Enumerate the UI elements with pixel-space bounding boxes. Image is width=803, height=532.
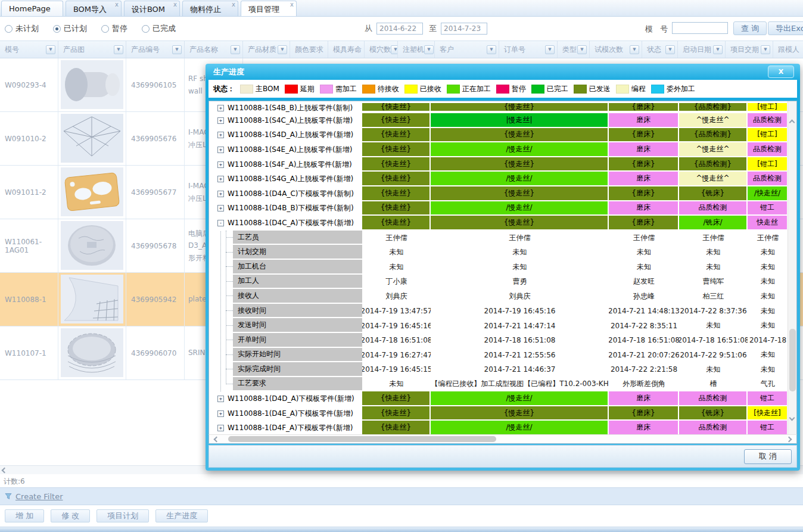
mould-no-input[interactable] — [672, 22, 728, 34]
column-filter-icon[interactable]: ▼ — [172, 45, 182, 54]
dialog-vertical-scrollbar[interactable] — [788, 101, 796, 434]
tree-row[interactable]: + W110088-1(S4F_A)上脱板零件(新增) {快走丝} {慢走丝} … — [211, 157, 788, 172]
status-radio[interactable]: 未计划 — [5, 23, 39, 34]
tree-row[interactable]: + W110088-1(S4B_B)上脱板零件(新制) {快走丝} {慢走丝} … — [211, 103, 788, 113]
scroll-down-icon[interactable] — [789, 415, 795, 421]
column-header[interactable]: 产品材质 ▼ — [243, 41, 290, 58]
tab-close-icon[interactable]: x — [115, 2, 119, 8]
close-icon[interactable]: X — [768, 66, 794, 78]
expand-toggle-icon[interactable]: + — [217, 161, 224, 168]
expand-toggle-icon[interactable]: + — [217, 147, 224, 153]
scroll-left-icon[interactable] — [2, 468, 8, 474]
tab[interactable]: HomePage — [1, 1, 63, 16]
column-header[interactable]: 模号 ▼ — [0, 41, 58, 58]
tab[interactable]: 物料停止 x — [182, 1, 238, 16]
column-filter-icon[interactable]: ▼ — [713, 45, 723, 54]
column-header[interactable]: 跟模人 ▼ — [773, 41, 803, 58]
expand-toggle-icon[interactable]: + — [217, 191, 224, 197]
cancel-button[interactable]: 取 消 — [744, 449, 792, 464]
stage-cell: 磨床 — [609, 113, 679, 128]
tab-close-icon[interactable]: x — [232, 2, 235, 8]
to-date-input[interactable] — [441, 23, 487, 35]
radio-icon[interactable] — [101, 25, 109, 33]
export-excel-button[interactable]: 导出Exce — [768, 21, 803, 35]
column-filter-icon[interactable]: ▼ — [46, 45, 55, 54]
search-button[interactable]: 查 询 — [733, 21, 767, 35]
stage-cell: {铣床} — [679, 406, 748, 421]
scroll-left-icon[interactable] — [214, 437, 220, 443]
column-header[interactable]: 项目交期 ▼ — [726, 41, 773, 58]
column-header[interactable]: 订单号 ▼ — [499, 41, 558, 58]
production-progress-button[interactable]: 生产进度 — [155, 509, 208, 522]
horizontal-scroll-thumb[interactable] — [228, 436, 496, 442]
column-filter-icon[interactable]: ▼ — [545, 45, 555, 54]
column-header[interactable]: 状态 ▼ — [642, 41, 678, 58]
tree-row[interactable]: + W110088-1(D4D_A)下模板零件(新增) {快走丝} /慢走丝/ … — [211, 391, 788, 406]
detail-value: 赵发旺 — [609, 275, 679, 290]
add-button[interactable]: 增 加 — [5, 509, 44, 522]
expand-toggle-icon[interactable]: + — [217, 132, 224, 138]
stage-cell: ^慢走丝^ — [679, 113, 748, 128]
scroll-right-icon[interactable] — [786, 437, 792, 443]
scroll-up-icon[interactable] — [789, 120, 795, 126]
vertical-scroll-thumb[interactable] — [789, 329, 796, 391]
column-header[interactable]: 注塑机 ▼ — [398, 41, 435, 58]
column-header[interactable]: 试模次数 ▼ — [590, 41, 642, 58]
expand-toggle-icon[interactable]: + — [217, 117, 224, 124]
project-plan-button[interactable]: 项目计划 — [97, 509, 149, 522]
column-header[interactable]: 产品编号 ▼ — [126, 41, 185, 58]
column-header[interactable]: 产品图 ▼ — [58, 41, 126, 58]
column-filter-icon[interactable]: ▼ — [577, 45, 587, 54]
column-header[interactable]: 模具寿命 ▼ — [328, 41, 365, 58]
tab[interactable]: BOM导入 x — [66, 1, 122, 16]
expand-toggle-icon[interactable]: + — [217, 176, 224, 182]
tree-row[interactable]: + W110088-1(D4F_A)下模板零件(新增) {快走丝} /慢走丝/ … — [211, 421, 788, 434]
column-filter-icon[interactable]: ▼ — [487, 45, 496, 54]
expand-toggle-icon[interactable]: + — [217, 425, 224, 431]
expand-toggle-icon[interactable]: - — [217, 220, 224, 226]
radio-icon[interactable] — [53, 25, 61, 33]
column-filter-icon[interactable]: ▼ — [231, 45, 240, 54]
status-radio[interactable]: 已完成 — [142, 23, 176, 34]
tree-row[interactable]: + W110088-1(S4G_A)上脱板零件(新增) {快走丝} /慢走丝/ … — [211, 172, 788, 186]
column-header[interactable]: 颜色要求 ▼ — [290, 41, 328, 58]
expand-toggle-icon[interactable]: + — [217, 105, 224, 111]
status-radio[interactable]: 暂停 — [101, 23, 127, 34]
tree-row[interactable]: + W110088-1(S4C_A)上脱板零件(新增) {快走丝} |慢走丝| … — [211, 113, 788, 128]
status-radio[interactable]: 已计划 — [53, 23, 87, 34]
column-header[interactable]: 启动日期 ▼ — [678, 41, 726, 58]
radio-icon[interactable] — [5, 25, 13, 33]
tree-row[interactable]: + W110088-1(D4B_B)下模板零件(新制) {快走丝} /慢走丝/ … — [211, 201, 788, 216]
column-filter-icon[interactable]: ▼ — [665, 45, 675, 54]
create-filter-link[interactable]: Create Filter — [15, 492, 63, 501]
column-filter-icon[interactable]: ▼ — [761, 45, 770, 54]
tab-close-icon[interactable]: x — [173, 2, 177, 8]
dialog-horizontal-scrollbar[interactable] — [208, 434, 797, 444]
column-filter-icon[interactable]: ▼ — [391, 45, 398, 54]
tree-row[interactable]: + W110088-1(D4A_C)下模板零件(新制) {快走丝} {慢走丝} … — [211, 186, 788, 201]
tree-row[interactable]: + W110088-1(D4E_A)下模板零件(新增) {快走丝} {慢走丝} … — [211, 406, 788, 421]
tab[interactable]: 项目管理 x — [241, 1, 297, 16]
stage-cell: 品质检测 — [679, 421, 748, 434]
column-header[interactable]: 模穴数 ▼ — [365, 41, 398, 58]
modify-button[interactable]: 修 改 — [51, 509, 90, 522]
expand-toggle-icon[interactable]: + — [217, 410, 224, 417]
expand-toggle-icon[interactable]: + — [217, 396, 224, 402]
column-filter-icon[interactable]: ▼ — [630, 45, 639, 54]
tab-close-icon[interactable]: x — [290, 2, 294, 8]
stage-cell: 品质检测 — [748, 113, 788, 128]
column-filter-icon[interactable]: ▼ — [114, 45, 123, 54]
tab[interactable]: 设计BOM x — [124, 1, 180, 16]
expand-toggle-icon[interactable]: + — [217, 205, 224, 211]
column-header[interactable]: 客户 ▼ — [435, 41, 499, 58]
dialog-title-bar[interactable]: 生产进度 X — [208, 64, 797, 80]
from-date-input[interactable] — [376, 23, 423, 35]
column-filter-icon[interactable]: ▼ — [278, 45, 287, 54]
column-header[interactable]: 类型 ▼ — [558, 41, 590, 58]
radio-icon[interactable] — [142, 25, 150, 33]
column-filter-icon[interactable]: ▼ — [424, 45, 434, 54]
tree-row[interactable]: + W110088-1(S4D_A)上脱板零件(新增) {快走丝} {慢走丝} … — [211, 128, 788, 143]
tree-row[interactable]: + W110088-1(S4E_A)上脱板零件(新增) {快走丝} /慢走丝/ … — [211, 142, 788, 157]
column-header[interactable]: 产品名称 ▼ — [185, 41, 243, 58]
tree-row[interactable]: - W110088-1(D4C_A)下模板零件(新增) {快走丝} {慢走丝} … — [211, 216, 788, 231]
